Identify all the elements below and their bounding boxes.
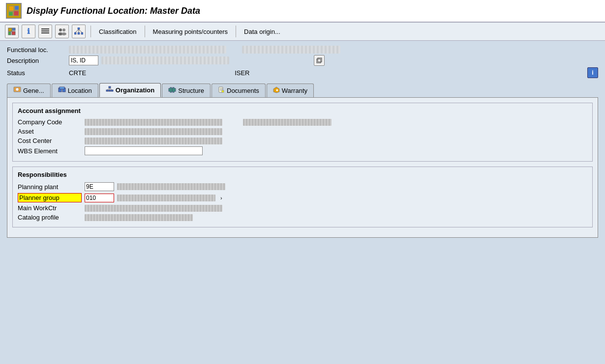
toolbar: ℹ Classification Measuring points/counte…	[0, 23, 605, 41]
toolbar-data-origin[interactable]: Data origin...	[241, 27, 283, 36]
svg-rect-17	[78, 32, 80, 34]
svg-rect-36	[169, 88, 176, 91]
planning-plant-input[interactable]	[85, 182, 114, 191]
tab-gene-label: Gene...	[23, 87, 44, 94]
wbs-element-label: WBS Element	[18, 147, 82, 155]
functional-loc-extra-redacted	[242, 46, 340, 54]
svg-rect-7	[12, 31, 15, 35]
svg-rect-22	[317, 59, 321, 63]
svg-rect-10	[41, 32, 49, 33]
responsibilities-title: Responsibilities	[18, 171, 587, 178]
tab-warranty-icon: ★	[273, 86, 280, 95]
toolbar-classification[interactable]: Classification	[96, 27, 140, 36]
tab-location-label: Location	[68, 87, 92, 94]
functional-loc-label: Functional loc.	[7, 46, 66, 54]
toolbar-separator-2	[145, 26, 145, 37]
tab-documents[interactable]: Documents	[212, 84, 266, 97]
company-code-redacted2	[243, 119, 332, 126]
catalog-profile-redacted	[85, 214, 193, 221]
tab-gene[interactable]: Gene...	[7, 84, 51, 97]
status-row: Status CRTE ISER i	[7, 67, 598, 78]
main-workctr-row: Main WorkCtr	[18, 204, 587, 212]
tab-warranty[interactable]: ★ Warranty	[267, 84, 314, 97]
description-row: Description	[7, 55, 598, 66]
company-code-redacted1	[85, 119, 222, 126]
svg-point-14	[61, 32, 66, 35]
status-value-2: ISER	[235, 69, 249, 77]
svg-line-35	[110, 88, 112, 90]
planner-group-label: Planner group	[18, 193, 82, 202]
asset-label: Asset	[18, 128, 82, 135]
tabs-container: Gene... Location	[7, 83, 598, 97]
toolbar-btn-list[interactable]	[38, 25, 52, 38]
tab-structure-icon	[168, 86, 176, 95]
cost-center-row: Cost Center	[18, 137, 587, 144]
cost-center-redacted	[85, 138, 222, 144]
status-info-btn[interactable]: i	[587, 67, 598, 78]
main-workctr-label: Main WorkCtr	[18, 204, 82, 212]
svg-rect-23	[318, 58, 322, 62]
planning-plant-redacted	[117, 183, 225, 190]
functional-loc-value-redacted	[69, 46, 226, 54]
tab-location[interactable]: Location	[52, 84, 98, 97]
svg-line-19	[75, 29, 79, 32]
tab-structure-label: Structure	[178, 87, 204, 94]
planning-plant-label: Planning plant	[18, 183, 82, 191]
wbs-element-input[interactable]	[85, 146, 203, 155]
svg-rect-9	[41, 30, 49, 31]
functional-loc-row: Functional loc.	[7, 46, 598, 54]
svg-rect-3	[14, 11, 19, 16]
svg-rect-15	[78, 28, 80, 29]
account-assignment-title: Account assignment	[18, 107, 587, 114]
form-section: Functional loc. Description Status CRTE …	[7, 46, 598, 78]
tab-organization-icon	[106, 86, 114, 94]
svg-rect-18	[81, 32, 83, 34]
tab-documents-icon	[218, 86, 225, 95]
title-bar: Display Functional Location: Master Data	[0, 0, 605, 23]
tab-organization-label: Organization	[116, 86, 154, 94]
main-workctr-redacted	[85, 205, 222, 212]
toolbar-btn-edit[interactable]	[5, 25, 19, 38]
tab-location-icon	[58, 86, 66, 95]
planner-group-row: Planner group ›	[18, 193, 587, 202]
catalog-profile-label: Catalog profile	[18, 214, 82, 221]
account-assignment-section: Account assignment Company Code Asset Co…	[12, 103, 593, 162]
responsibilities-section: Responsibilities Planning plant Planner …	[12, 167, 593, 227]
tab-documents-label: Documents	[227, 87, 259, 94]
toolbar-btn-users[interactable]	[55, 25, 69, 38]
svg-rect-16	[74, 32, 76, 34]
toolbar-btn-info[interactable]: ℹ	[22, 25, 35, 38]
wbs-element-row: WBS Element	[18, 146, 587, 155]
svg-point-25	[16, 88, 19, 91]
asset-row: Asset	[18, 128, 587, 135]
company-code-label: Company Code	[18, 118, 82, 126]
svg-rect-28	[60, 87, 64, 89]
tab-gene-icon	[13, 86, 21, 95]
svg-point-12	[62, 28, 65, 31]
svg-rect-43	[222, 90, 224, 92]
tab-warranty-label: Warranty	[282, 87, 307, 94]
tab-organization[interactable]: Organization	[99, 83, 161, 97]
svg-rect-4	[8, 28, 12, 31]
status-label: Status	[7, 69, 66, 77]
planning-plant-row: Planning plant	[18, 182, 587, 191]
svg-rect-38	[173, 87, 174, 92]
svg-rect-2	[9, 12, 13, 16]
toolbar-measuring-points[interactable]: Measuring points/counters	[150, 27, 231, 36]
svg-line-21	[79, 29, 82, 32]
copy-icon-btn[interactable]	[314, 55, 325, 66]
asset-redacted	[85, 128, 222, 135]
tab-structure[interactable]: Structure	[162, 84, 211, 97]
svg-point-11	[59, 28, 62, 31]
svg-rect-6	[8, 32, 11, 35]
description-short-input[interactable]	[69, 56, 98, 65]
toolbar-btn-network[interactable]	[72, 25, 86, 38]
svg-rect-5	[12, 28, 15, 30]
svg-rect-0	[9, 6, 14, 11]
svg-rect-29	[109, 86, 111, 88]
svg-rect-32	[111, 90, 113, 91]
planner-group-input[interactable]	[85, 194, 114, 202]
catalog-profile-row: Catalog profile	[18, 214, 587, 221]
toolbar-separator-3	[236, 26, 236, 37]
status-value-1: CRTE	[69, 69, 86, 77]
